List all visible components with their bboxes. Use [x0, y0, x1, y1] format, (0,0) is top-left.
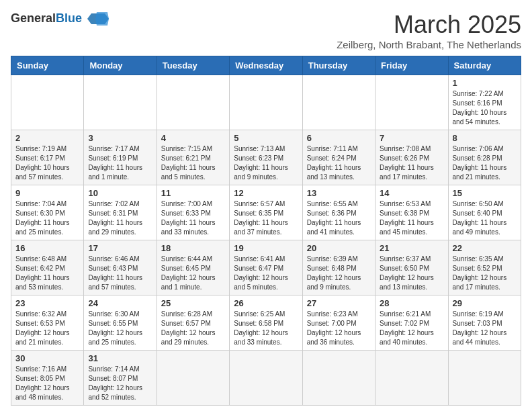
calendar-cell: [230, 75, 302, 130]
day-info: Sunrise: 7:02 AM Sunset: 6:31 PM Dayligh…: [88, 199, 152, 237]
day-info: Sunrise: 7:08 AM Sunset: 6:26 PM Dayligh…: [380, 144, 443, 182]
day-number: 19: [234, 243, 298, 253]
day-number: 29: [453, 298, 517, 308]
day-number: 17: [88, 243, 152, 253]
calendar-cell: 5Sunrise: 7:13 AM Sunset: 6:23 PM Daylig…: [230, 130, 302, 185]
calendar-cell: 23Sunrise: 6:32 AM Sunset: 6:53 PM Dayli…: [11, 295, 84, 351]
day-number: 4: [161, 133, 225, 143]
title-section: March 2025 Zeilberg, North Brabant, The …: [337, 11, 521, 50]
day-info: Sunrise: 6:28 AM Sunset: 6:57 PM Dayligh…: [161, 310, 225, 347]
calendar-cell: 25Sunrise: 6:28 AM Sunset: 6:57 PM Dayli…: [157, 295, 229, 351]
day-info: Sunrise: 7:22 AM Sunset: 6:16 PM Dayligh…: [453, 89, 517, 127]
calendar-cell: [230, 351, 302, 406]
day-info: Sunrise: 7:00 AM Sunset: 6:33 PM Dayligh…: [161, 199, 225, 237]
calendar-table: SundayMondayTuesdayWednesdayThursdayFrid…: [11, 56, 521, 406]
weekday-header-saturday: Saturday: [448, 56, 521, 75]
calendar-cell: 18Sunrise: 6:44 AM Sunset: 6:45 PM Dayli…: [157, 240, 229, 295]
day-number: 3: [88, 133, 152, 143]
calendar-cell: 30Sunrise: 7:16 AM Sunset: 8:05 PM Dayli…: [11, 351, 84, 406]
subtitle: Zeilberg, North Brabant, The Netherlands: [337, 39, 521, 50]
calendar-week-2: 9Sunrise: 7:04 AM Sunset: 6:30 PM Daylig…: [11, 185, 521, 240]
weekday-header-sunday: Sunday: [11, 56, 84, 75]
day-info: Sunrise: 7:06 AM Sunset: 6:28 PM Dayligh…: [453, 144, 517, 182]
day-info: Sunrise: 6:39 AM Sunset: 6:48 PM Dayligh…: [307, 255, 371, 292]
calendar-week-3: 16Sunrise: 6:48 AM Sunset: 6:42 PM Dayli…: [11, 240, 521, 295]
day-info: Sunrise: 6:19 AM Sunset: 7:03 PM Dayligh…: [453, 310, 517, 347]
main-title: March 2025: [337, 11, 521, 39]
calendar-cell: [302, 75, 375, 130]
calendar-cell: 14Sunrise: 6:53 AM Sunset: 6:38 PM Dayli…: [375, 185, 448, 240]
day-number: 6: [307, 133, 371, 143]
day-info: Sunrise: 6:55 AM Sunset: 6:36 PM Dayligh…: [307, 199, 371, 237]
day-number: 1: [453, 78, 517, 88]
calendar-cell: 9Sunrise: 7:04 AM Sunset: 6:30 PM Daylig…: [11, 185, 84, 240]
weekday-header-monday: Monday: [84, 56, 157, 75]
day-info: Sunrise: 6:57 AM Sunset: 6:35 PM Dayligh…: [234, 199, 298, 237]
calendar-cell: 7Sunrise: 7:08 AM Sunset: 6:26 PM Daylig…: [375, 130, 448, 185]
day-info: Sunrise: 6:23 AM Sunset: 7:00 PM Dayligh…: [307, 310, 371, 347]
calendar-cell: 12Sunrise: 6:57 AM Sunset: 6:35 PM Dayli…: [230, 185, 302, 240]
day-number: 25: [161, 298, 225, 308]
calendar-cell: 20Sunrise: 6:39 AM Sunset: 6:48 PM Dayli…: [302, 240, 375, 295]
calendar-cell: [84, 75, 157, 130]
calendar-cell: [448, 351, 521, 406]
weekday-header-thursday: Thursday: [302, 56, 375, 75]
day-number: 15: [453, 188, 517, 198]
calendar-cell: 24Sunrise: 6:30 AM Sunset: 6:55 PM Dayli…: [84, 295, 157, 351]
day-number: 13: [307, 188, 371, 198]
day-number: 7: [380, 133, 443, 143]
day-info: Sunrise: 6:25 AM Sunset: 6:58 PM Dayligh…: [234, 310, 298, 347]
calendar-week-4: 23Sunrise: 6:32 AM Sunset: 6:53 PM Dayli…: [11, 295, 521, 351]
day-info: Sunrise: 6:37 AM Sunset: 6:50 PM Dayligh…: [380, 255, 443, 292]
calendar-cell: 21Sunrise: 6:37 AM Sunset: 6:50 PM Dayli…: [375, 240, 448, 295]
day-info: Sunrise: 7:04 AM Sunset: 6:30 PM Dayligh…: [15, 199, 79, 237]
calendar-cell: [11, 75, 84, 130]
day-info: Sunrise: 6:46 AM Sunset: 6:43 PM Dayligh…: [88, 255, 152, 292]
day-info: Sunrise: 6:53 AM Sunset: 6:38 PM Dayligh…: [380, 199, 443, 237]
day-number: 14: [380, 188, 443, 198]
day-number: 2: [15, 133, 79, 143]
day-info: Sunrise: 7:14 AM Sunset: 8:07 PM Dayligh…: [88, 365, 152, 402]
day-info: Sunrise: 7:19 AM Sunset: 6:17 PM Dayligh…: [15, 144, 79, 182]
logo-icon: [85, 11, 109, 27]
day-number: 22: [453, 243, 517, 253]
calendar-cell: 15Sunrise: 6:50 AM Sunset: 6:40 PM Dayli…: [448, 185, 521, 240]
day-info: Sunrise: 7:16 AM Sunset: 8:05 PM Dayligh…: [15, 365, 79, 402]
calendar-cell: 17Sunrise: 6:46 AM Sunset: 6:43 PM Dayli…: [84, 240, 157, 295]
day-number: 20: [307, 243, 371, 253]
calendar-week-5: 30Sunrise: 7:16 AM Sunset: 8:05 PM Dayli…: [11, 351, 521, 406]
calendar-cell: 10Sunrise: 7:02 AM Sunset: 6:31 PM Dayli…: [84, 185, 157, 240]
calendar-cell: 27Sunrise: 6:23 AM Sunset: 7:00 PM Dayli…: [302, 295, 375, 351]
day-number: 5: [234, 133, 298, 143]
calendar-cell: [157, 351, 229, 406]
day-info: Sunrise: 6:44 AM Sunset: 6:45 PM Dayligh…: [161, 255, 225, 292]
logo: GeneralBlue: [11, 11, 109, 27]
day-info: Sunrise: 6:41 AM Sunset: 6:47 PM Dayligh…: [234, 255, 298, 292]
calendar-cell: [375, 351, 448, 406]
day-number: 18: [161, 243, 225, 253]
day-number: 23: [15, 298, 79, 308]
calendar-cell: 6Sunrise: 7:11 AM Sunset: 6:24 PM Daylig…: [302, 130, 375, 185]
day-info: Sunrise: 6:48 AM Sunset: 6:42 PM Dayligh…: [15, 255, 79, 292]
calendar-cell: [302, 351, 375, 406]
calendar-cell: 19Sunrise: 6:41 AM Sunset: 6:47 PM Dayli…: [230, 240, 302, 295]
day-number: 21: [380, 243, 443, 253]
calendar-cell: 13Sunrise: 6:55 AM Sunset: 6:36 PM Dayli…: [302, 185, 375, 240]
calendar-week-0: 1Sunrise: 7:22 AM Sunset: 6:16 PM Daylig…: [11, 75, 521, 130]
calendar-cell: [157, 75, 229, 130]
day-info: Sunrise: 6:32 AM Sunset: 6:53 PM Dayligh…: [15, 310, 79, 347]
day-number: 11: [161, 188, 225, 198]
calendar-cell: [375, 75, 448, 130]
day-info: Sunrise: 7:13 AM Sunset: 6:23 PM Dayligh…: [234, 144, 298, 182]
calendar-cell: 3Sunrise: 7:17 AM Sunset: 6:19 PM Daylig…: [84, 130, 157, 185]
calendar-cell: 29Sunrise: 6:19 AM Sunset: 7:03 PM Dayli…: [448, 295, 521, 351]
day-info: Sunrise: 6:21 AM Sunset: 7:02 PM Dayligh…: [380, 310, 443, 347]
calendar-cell: 4Sunrise: 7:15 AM Sunset: 6:21 PM Daylig…: [157, 130, 229, 185]
day-info: Sunrise: 7:15 AM Sunset: 6:21 PM Dayligh…: [161, 144, 225, 182]
calendar-cell: 8Sunrise: 7:06 AM Sunset: 6:28 PM Daylig…: [448, 130, 521, 185]
day-number: 28: [380, 298, 443, 308]
calendar-cell: 26Sunrise: 6:25 AM Sunset: 6:58 PM Dayli…: [230, 295, 302, 351]
day-number: 31: [88, 353, 152, 363]
day-info: Sunrise: 6:35 AM Sunset: 6:52 PM Dayligh…: [453, 255, 517, 292]
day-number: 30: [15, 353, 79, 363]
